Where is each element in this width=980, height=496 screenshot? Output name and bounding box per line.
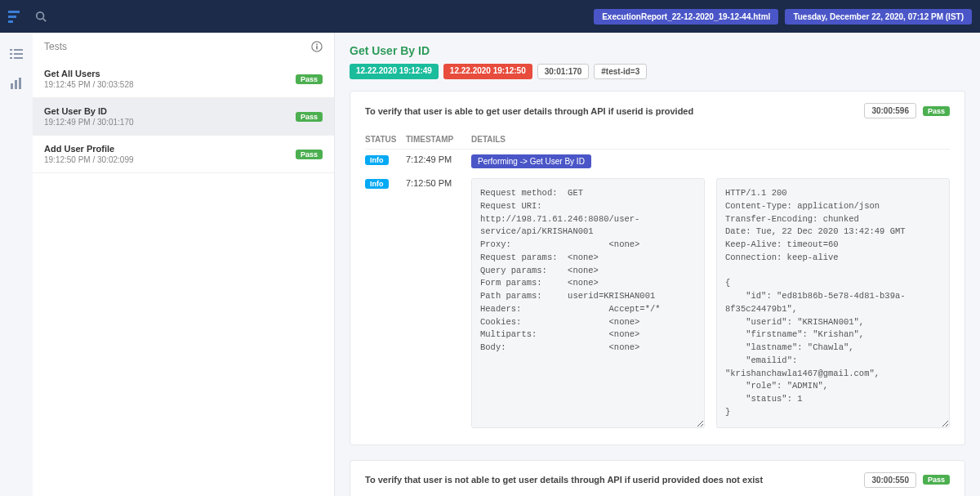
sidebar-item-all-users[interactable]: Get All Users 19:12:45 PM / 30:03:528 Pa… xyxy=(33,60,334,98)
topbar-left xyxy=(8,9,47,24)
test-meta: 19:12:50 PM / 30:02:099 xyxy=(44,155,134,164)
info-badge: Info xyxy=(365,155,389,165)
case-duration: 30:00:550 xyxy=(864,472,916,488)
status-badge: Pass xyxy=(296,74,323,84)
svg-rect-8 xyxy=(14,53,23,55)
case-status-badge: Pass xyxy=(923,106,950,116)
id-chip: #test-id=3 xyxy=(594,64,647,79)
case-duration: 30:00:596 xyxy=(864,103,916,118)
bar-chart-icon[interactable] xyxy=(10,77,23,90)
test-name: Get All Users xyxy=(44,69,134,78)
svg-point-3 xyxy=(37,12,44,20)
action-chip: Performing -> Get User By ID xyxy=(471,154,591,168)
layout: Tests Get All Users 19:12:45 PM / 30:03:… xyxy=(0,33,980,496)
svg-rect-13 xyxy=(19,78,21,89)
row-timestamp: 7:12:49 PM xyxy=(406,154,471,164)
sidebar-title: Tests xyxy=(44,41,67,52)
list-icon[interactable] xyxy=(10,47,23,60)
info-badge: Info xyxy=(365,179,389,189)
svg-rect-5 xyxy=(10,49,12,51)
meta-chips: 12.22.2020 19:12:49 12.22.2020 19:12:50 … xyxy=(350,64,965,79)
row-timestamp: 7:12:50 PM xyxy=(406,178,471,188)
svg-rect-0 xyxy=(8,11,20,13)
col-status: STATUS xyxy=(365,135,406,144)
test-name: Add User Profile xyxy=(44,144,134,154)
response-box[interactable]: HTTP/1.1 200 Content-Type: application/j… xyxy=(716,178,950,428)
icon-rail xyxy=(0,33,33,496)
datetime-chip: Tuesday, December 22, 2020, 07:12 PM (IS… xyxy=(785,9,972,25)
svg-rect-12 xyxy=(15,80,17,89)
case-title: To verify that user is not able to get u… xyxy=(365,475,763,485)
svg-rect-1 xyxy=(8,16,16,18)
topbar: ExecutionReport_22-12-2020_19-12-44.html… xyxy=(0,0,980,33)
svg-rect-11 xyxy=(11,83,13,89)
case-status-badge: Pass xyxy=(923,475,950,485)
search-icon[interactable] xyxy=(35,11,47,22)
table-header: STATUS TIMESTAMP DETAILS xyxy=(365,130,950,150)
table-row: Info 7:12:50 PM Request method: GET Requ… xyxy=(365,173,950,433)
test-name: Get User By ID xyxy=(44,106,134,116)
svg-rect-6 xyxy=(14,49,23,51)
request-box[interactable]: Request method: GET Request URI: http://… xyxy=(471,178,705,428)
svg-rect-16 xyxy=(316,44,318,46)
end-chip: 12.22.2020 19:12:50 xyxy=(443,64,532,79)
case-title: To verify that user is able to get user … xyxy=(365,106,693,116)
report-name-chip[interactable]: ExecutionReport_22-12-2020_19-12-44.html xyxy=(594,9,778,25)
test-meta: 19:12:45 PM / 30:03:528 xyxy=(44,80,134,89)
sidebar-header: Tests xyxy=(33,33,334,60)
status-badge: Pass xyxy=(296,112,323,122)
table-row: Info 7:12:49 PM Performing -> Get User B… xyxy=(365,150,950,173)
sidebar-item-get-user-by-id[interactable]: Get User By ID 19:12:49 PM / 30:01:170 P… xyxy=(33,98,334,136)
svg-rect-2 xyxy=(8,20,13,23)
svg-rect-15 xyxy=(316,46,318,49)
col-timestamp: TIMESTAMP xyxy=(406,135,471,144)
topbar-right: ExecutionReport_22-12-2020_19-12-44.html… xyxy=(594,9,972,25)
start-chip: 12.22.2020 19:12:49 xyxy=(350,64,439,79)
sidebar: Tests Get All Users 19:12:45 PM / 30:03:… xyxy=(33,33,335,496)
status-badge: Pass xyxy=(296,150,323,159)
page-title: Get User By ID xyxy=(350,44,965,57)
svg-line-4 xyxy=(43,19,47,22)
test-case: To verify that user is able to get user … xyxy=(350,91,965,445)
app-logo[interactable] xyxy=(8,9,23,24)
sidebar-item-add-user-profile[interactable]: Add User Profile 19:12:50 PM / 30:02:099… xyxy=(33,136,334,173)
svg-rect-9 xyxy=(10,57,12,59)
col-details: DETAILS xyxy=(471,135,950,144)
svg-rect-10 xyxy=(14,57,23,59)
test-meta: 19:12:49 PM / 30:01:170 xyxy=(44,118,134,127)
test-case: To verify that user is not able to get u… xyxy=(350,460,965,497)
main-content: Get User By ID 12.22.2020 19:12:49 12.22… xyxy=(335,33,980,496)
svg-rect-7 xyxy=(10,53,12,55)
info-icon[interactable] xyxy=(311,41,323,52)
duration-chip: 30:01:170 xyxy=(537,64,590,79)
